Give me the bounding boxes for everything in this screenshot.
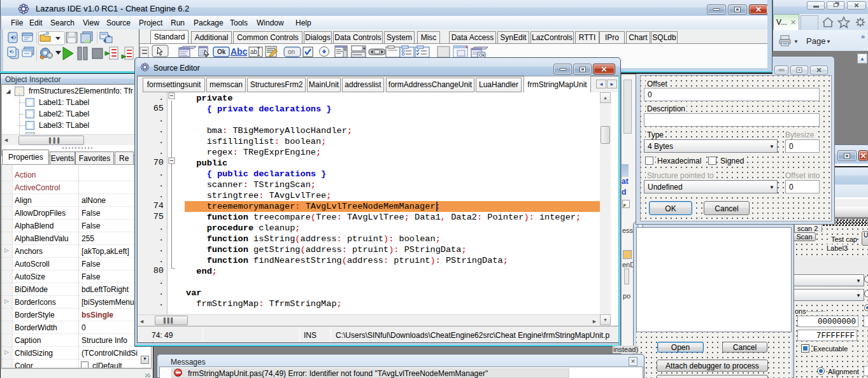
svg-text:Ok: Ok xyxy=(479,53,485,57)
svg-text:Abc: Abc xyxy=(231,46,248,57)
svg-text:Ok: Ok xyxy=(217,48,226,55)
svg-text:on: on xyxy=(288,48,295,55)
svg-text:ab: ab xyxy=(250,48,258,55)
